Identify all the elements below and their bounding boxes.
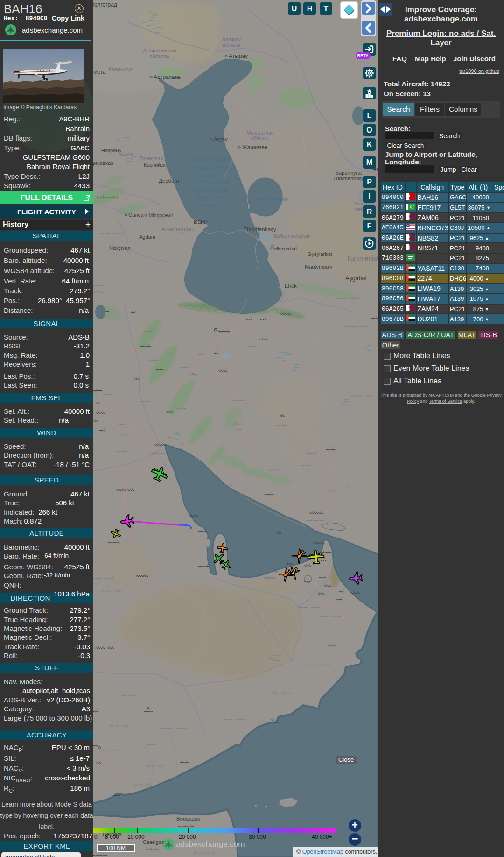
- svg-text:Астрахань: Астрахань: [154, 74, 181, 80]
- svg-text:Назрань: Назрань: [101, 148, 121, 153]
- svg-text:Bakı: Bakı: [194, 219, 205, 225]
- svg-text:Калмыкия: Калмыкия: [108, 66, 133, 72]
- svg-text:Balkan welaýaty: Balkan welaýaty: [273, 233, 311, 239]
- svg-text:Türkmenbaşy: Türkmenbaşy: [333, 176, 364, 181]
- svg-text:Дербент: Дербент: [159, 178, 180, 184]
- svg-text:Жаңаөзен: Жаңаөзен: [242, 144, 267, 150]
- svg-text:Ganca: Ganca: [128, 212, 144, 218]
- svg-text:Aşgabat: Aşgabat: [345, 275, 367, 282]
- svg-text:облысы: облысы: [251, 135, 269, 141]
- svg-text:Naxçıvan: Naxçıvan: [109, 245, 131, 251]
- svg-text:- Hazar deňizi: - Hazar deňizi: [191, 164, 229, 171]
- svg-text:Дагестан: Дагестан: [138, 156, 163, 161]
- svg-text:Каспий теңізі: Каспий теңізі: [190, 156, 230, 163]
- svg-text:Элиста: Элиста: [93, 69, 106, 75]
- svg-text:Gyzylarbat: Gyzylarbat: [308, 251, 332, 257]
- svg-text:Puntland: Puntland: [194, 850, 215, 856]
- svg-text:Астраханская: Астраханская: [143, 48, 176, 53]
- svg-text:Garabogazköl: Garabogazköl: [256, 197, 288, 202]
- svg-text:- Каспийское: - Каспийское: [192, 186, 228, 193]
- svg-text:Mingəçevir: Mingəçevir: [148, 212, 174, 218]
- svg-text:Türkmenistan: Türkmenistan: [346, 255, 378, 262]
- svg-text:Azərbaycan: Azərbaycan: [161, 226, 194, 233]
- svg-text:Каспийск: Каспийск: [144, 162, 166, 168]
- svg-text:Saparmyrat: Saparmyrat: [336, 170, 362, 176]
- svg-text:Ақтау: Ақтау: [214, 136, 228, 142]
- svg-text:Атырау: Атырау: [222, 36, 241, 42]
- svg-text:Etrek: Etrek: [285, 283, 297, 289]
- svg-text:облысы: облысы: [223, 42, 240, 48]
- svg-text:море -: море -: [196, 194, 215, 201]
- svg-text:область: область: [150, 53, 170, 59]
- svg-text:Маңғыстау: Маңғыстау: [247, 130, 274, 135]
- svg-text:Boosaaso: Boosaaso: [176, 816, 200, 822]
- svg-text:Balkanabat: Balkanabat: [270, 246, 297, 251]
- svg-text:Magtymguly: Magtymguly: [305, 264, 333, 269]
- svg-text:- Xəzər dənizi: - Xəzər dənizi: [191, 179, 229, 186]
- svg-text:Волгоград: Волгоград: [93, 1, 117, 8]
- svg-text:Атырау: Атырау: [229, 53, 248, 59]
- svg-text:Владикавказ: Владикавказ: [93, 160, 113, 166]
- svg-text:Ağdam: Ağdam: [139, 234, 155, 240]
- svg-text:Türkmenbaşy: Türkmenbaşy: [244, 227, 276, 232]
